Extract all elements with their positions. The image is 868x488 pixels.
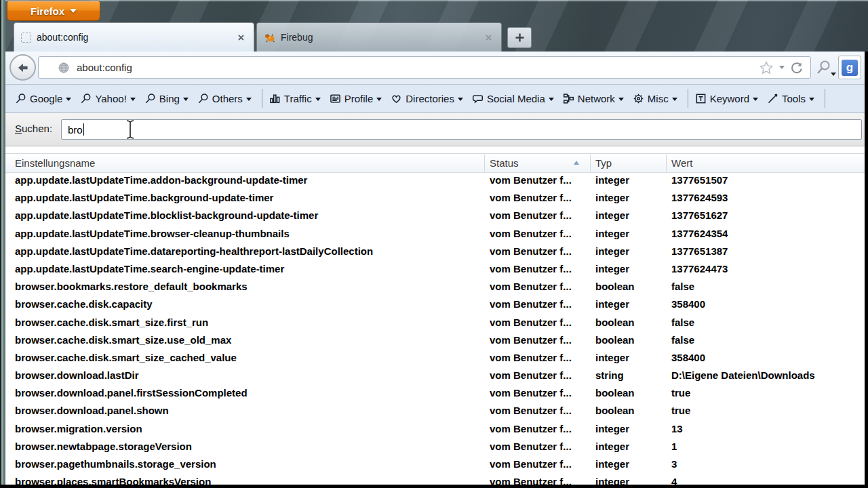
bookmark-star-icon[interactable]	[759, 60, 774, 75]
toolbar-menu-label: Others	[212, 93, 243, 104]
table-row[interactable]: browser.download.panel.shownvom Benutzer…	[5, 402, 865, 420]
column-header-status[interactable]: Status	[490, 154, 519, 172]
table-row[interactable]: browser.download.lastDirvom Benutzer f..…	[5, 367, 865, 384]
close-icon[interactable]	[235, 31, 247, 43]
pref-type-cell: integer	[595, 260, 629, 278]
table-row[interactable]: browser.download.panel.firstSessionCompl…	[5, 384, 865, 402]
search-icon	[15, 93, 26, 104]
table-row[interactable]: app.update.lastUpdateTime.search-engine-…	[5, 260, 865, 278]
firefox-menu-button[interactable]: Firefox	[7, 1, 100, 21]
pref-name-cell: app.update.lastUpdateTime.blocklist-back…	[15, 207, 318, 224]
pref-name-cell: browser.download.lastDir	[15, 367, 139, 384]
bookmarks-dropdown-icon[interactable]	[779, 66, 785, 69]
pref-value-cell: 1377651507	[671, 171, 728, 189]
browser-window: Firefox about:config Firebug	[0, 0, 868, 488]
table-row[interactable]: app.update.lastUpdateTime.blocklist-back…	[5, 207, 865, 224]
table-row[interactable]: browser.cache.disk.capacityvom Benutzer …	[5, 296, 865, 313]
pref-name-cell: browser.bookmarks.restore_default_bookma…	[15, 278, 248, 296]
pref-status-cell: vom Benutzer f...	[490, 438, 572, 455]
chevron-down-icon	[809, 98, 814, 101]
chevron-down-icon	[315, 98, 321, 101]
column-header-wert[interactable]: Wert	[671, 154, 692, 172]
toolbar-menu-others[interactable]: Others	[197, 93, 252, 104]
table-row[interactable]: browser.migration.versionvom Benutzer f.…	[5, 420, 865, 438]
toolbar-menu-traffic[interactable]: Traffic	[269, 93, 321, 104]
column-header-einstellungsname[interactable]: Einstellungsname	[15, 154, 95, 172]
pref-value-cell: 358400	[671, 296, 705, 313]
pref-status-cell: vom Benutzer f...	[490, 189, 572, 207]
table-row[interactable]: app.update.lastUpdateTime.browser-cleanu…	[5, 225, 865, 243]
url-bar[interactable]: about:config	[38, 56, 811, 79]
about-config-page: Einstellungsname Status Typ Wert app.upd…	[5, 146, 865, 488]
toolbar-menu-social-media[interactable]: Social Media	[472, 93, 554, 104]
table-row[interactable]: browser.pagethumbnails.storage_versionvo…	[5, 455, 865, 473]
column-header-typ[interactable]: Typ	[595, 154, 612, 172]
url-text: about:config	[77, 62, 132, 73]
toolbar-menu-label: Tools	[782, 93, 806, 104]
column-divider[interactable]	[484, 155, 485, 171]
search-engine-box: g	[838, 56, 861, 79]
table-row[interactable]: app.update.lastUpdateTime.addon-backgrou…	[5, 171, 865, 189]
chevron-down-icon	[70, 9, 77, 13]
toolbar-menu-bing[interactable]: Bing	[144, 93, 189, 104]
pref-value-cell: true	[671, 384, 690, 402]
pref-type-cell: boolean	[595, 278, 635, 296]
pref-status-cell: vom Benutzer f...	[490, 296, 572, 313]
toolbar-menu-yahoo-[interactable]: Yahoo!	[80, 93, 135, 104]
new-tab-button[interactable]	[507, 27, 532, 48]
chevron-down-icon	[66, 98, 71, 101]
toolbar-menu-misc[interactable]: Misc	[633, 93, 677, 104]
firefox-button-label: Firefox	[31, 5, 64, 17]
toolbar-menu-network[interactable]: Network	[563, 93, 624, 104]
pref-type-cell: integer	[595, 438, 629, 455]
table-row[interactable]: app.update.lastUpdateTime.background-upd…	[5, 189, 865, 207]
chevron-down-icon	[618, 98, 624, 101]
toolbar-menu-profile[interactable]: Profile	[330, 93, 382, 104]
pref-name-cell: browser.pagethumbnails.storage_version	[15, 455, 216, 473]
toolbar-menu-label: Directories	[406, 93, 454, 104]
placeholder-favicon-icon	[21, 33, 31, 43]
table-row[interactable]: app.update.lastUpdateTime.datareporting-…	[5, 243, 865, 260]
reload-icon[interactable]	[790, 61, 804, 75]
pref-type-cell: integer	[595, 349, 629, 367]
toolbar-menu-google[interactable]: Google	[15, 93, 71, 104]
toolbar-separator	[262, 89, 262, 108]
column-divider[interactable]	[666, 155, 667, 171]
chevron-down-icon	[458, 98, 463, 101]
google-search-icon[interactable]: g	[842, 60, 858, 76]
pref-status-cell: vom Benutzer f...	[490, 349, 572, 367]
wrench-icon	[767, 93, 778, 104]
globe-icon	[58, 62, 70, 74]
table-row[interactable]: browser.cache.disk.smart_size_cached_val…	[5, 349, 865, 367]
table-row[interactable]: browser.cache.disk.smart_size.first_runv…	[5, 314, 865, 331]
window-border-left	[0, 0, 5, 488]
pref-value-cell: false	[671, 331, 694, 349]
pref-type-cell: integer	[595, 171, 629, 189]
search-icon	[197, 93, 209, 104]
pref-type-cell: integer	[595, 296, 629, 313]
table-row[interactable]: browser.cache.disk.smart_size.use_old_ma…	[5, 331, 865, 349]
pref-name-cell: browser.cache.disk.smart_size_cached_val…	[15, 349, 237, 367]
search-input[interactable]: bro	[61, 119, 862, 140]
tab-about-config[interactable]: about:config	[14, 22, 254, 52]
pref-name-cell: browser.download.panel.firstSessionCompl…	[15, 384, 248, 402]
toolbar-menu-directories[interactable]: Directories	[391, 93, 463, 104]
table-row[interactable]: browser.bookmarks.restore_default_bookma…	[5, 278, 865, 296]
pref-type-cell: integer	[595, 225, 629, 243]
toolbar-menu-keyword[interactable]: Keyword	[695, 93, 758, 104]
text-caret	[83, 123, 84, 136]
search-engine-picker-icon[interactable]	[815, 59, 833, 77]
back-button[interactable]	[9, 54, 36, 81]
chevron-down-icon	[246, 98, 252, 101]
back-arrow-icon	[16, 60, 31, 75]
search-icon	[144, 93, 156, 104]
tab-firebug[interactable]: Firebug	[256, 22, 502, 52]
pref-name-cell: app.update.lastUpdateTime.search-engine-…	[15, 260, 284, 278]
toolbar-menu-tools[interactable]: Tools	[767, 93, 814, 104]
close-icon[interactable]	[482, 31, 494, 43]
column-divider[interactable]	[590, 155, 591, 171]
pref-value-cell: 1377651387	[671, 243, 728, 260]
pref-type-cell: integer	[595, 207, 629, 224]
table-row[interactable]: browser.newtabpage.storageVersionvom Ben…	[5, 438, 865, 455]
pref-type-cell: integer	[595, 243, 629, 260]
